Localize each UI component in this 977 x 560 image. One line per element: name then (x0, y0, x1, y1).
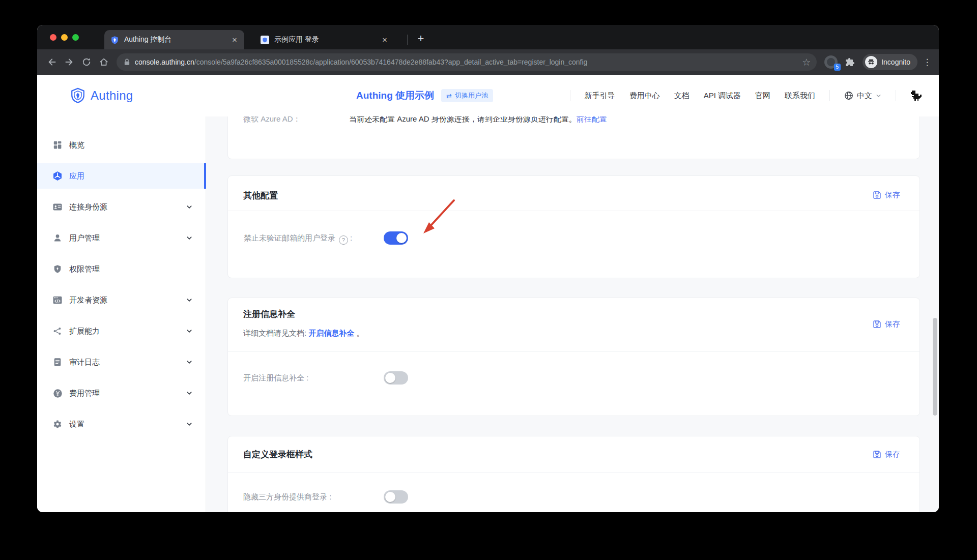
home-icon (99, 57, 109, 67)
nav-divider (896, 90, 896, 101)
document-icon (52, 357, 63, 367)
chevron-down-icon (186, 235, 192, 241)
app-cube-icon (52, 171, 63, 181)
sidebar-item-settings[interactable]: 设置 (37, 411, 206, 437)
sidebar-item-label: 应用 (69, 171, 192, 181)
browser-window: Authing 控制台 × 示例应用 登录 × + console.authin… (37, 25, 939, 512)
azure-ad-label: 微软 Azure AD： (243, 116, 301, 124)
sidebar-item-label: 费用管理 (69, 389, 186, 398)
sidebar-item-label: 扩展能力 (69, 327, 186, 336)
row-colon: : (350, 233, 352, 242)
save-label: 保存 (885, 450, 900, 459)
new-tab-button[interactable]: + (413, 31, 429, 47)
nav-divider (570, 90, 570, 101)
chevron-down-icon (186, 297, 192, 303)
save-button[interactable]: 保存 (873, 450, 900, 459)
tab-title: Authing 控制台 (124, 35, 229, 44)
nav-billing-center[interactable]: 费用中心 (629, 91, 660, 101)
share-nodes-icon (52, 326, 63, 336)
enable-registration-completion-toggle[interactable] (384, 371, 408, 385)
sidebar-item-applications[interactable]: 应用 (37, 163, 206, 189)
info-completion-doc-link[interactable]: 开启信息补全 (308, 329, 354, 337)
url-path: /console/5a9fa26cf8635a000185528c/applic… (194, 58, 588, 66)
language-selector[interactable]: 中文 (844, 91, 881, 101)
divider (228, 211, 919, 211)
close-tab-icon[interactable]: × (229, 35, 240, 45)
reload-button[interactable] (78, 53, 95, 71)
nav-contact-us[interactable]: 联系我们 (785, 91, 815, 101)
nav-guide[interactable]: 新手引导 (585, 91, 615, 101)
gear-icon (52, 419, 63, 429)
azure-ad-hint: 当前还未配置 Azure AD 身份源连接，请到企业身份源页进行配置。前往配置 (349, 116, 607, 124)
tab-strip: Authing 控制台 × 示例应用 登录 × + (37, 25, 939, 49)
save-floppy-icon (873, 191, 881, 199)
disable-unverified-email-toggle[interactable] (384, 231, 408, 245)
back-button[interactable] (43, 53, 61, 71)
scrollbar-thumb[interactable] (933, 318, 937, 416)
help-icon[interactable]: ? (339, 235, 348, 245)
globe-icon (844, 91, 853, 100)
authing-shield-favicon (110, 36, 119, 44)
chevron-down-icon (186, 390, 192, 396)
tab-title: 示例应用 登录 (274, 35, 379, 44)
forward-arrow-icon (64, 57, 74, 67)
sidebar-item-label: 用户管理 (69, 233, 186, 243)
description-prefix: 详细文档请见文档: (243, 329, 308, 337)
tab-authing-console[interactable]: Authing 控制台 × (104, 30, 244, 49)
hide-social-login-toggle[interactable] (384, 490, 408, 504)
forward-button[interactable] (61, 53, 78, 71)
minimize-window-button[interactable] (61, 34, 68, 41)
save-label: 保存 (885, 319, 900, 329)
annotation-arrow (415, 196, 464, 239)
sidebar-item-audit-logs[interactable]: 审计日志 (37, 349, 206, 375)
sidebar-item-developer-resources[interactable]: 开发者资源 (37, 287, 206, 313)
extensions-button[interactable] (841, 53, 858, 71)
sidebar-item-extensions[interactable]: 扩展能力 (37, 318, 206, 344)
save-button[interactable]: 保存 (873, 319, 900, 329)
incognito-indicator[interactable]: Incognito (863, 54, 917, 70)
url-bar[interactable]: console.authing.cn/console/5a9fa26cf8635… (117, 53, 817, 71)
home-button[interactable] (95, 53, 112, 71)
browser-toolbar: console.authing.cn/console/5a9fa26cf8635… (37, 49, 939, 75)
traffic-lights (50, 34, 79, 41)
nav-api-debugger[interactable]: API 调试器 (704, 91, 741, 101)
other-config-card: 其他配置 保存 禁止未验证邮箱的用户登录?: (227, 175, 920, 278)
save-floppy-icon (873, 450, 881, 459)
user-pool-group: Authing 使用示例 ⇄ 切换用户池 (356, 75, 493, 116)
lock-icon (124, 58, 130, 66)
extension-avatar-icon[interactable]: 5 (824, 55, 838, 69)
nav-divider (829, 90, 830, 101)
sample-app-favicon (261, 36, 269, 44)
sidebar-item-user-management[interactable]: 用户管理 (37, 225, 206, 251)
sidebar-item-identity-sources[interactable]: 连接身份源 (37, 194, 206, 220)
sidebar-item-label: 开发者资源 (69, 296, 186, 305)
zoom-window-button[interactable] (72, 34, 79, 41)
reload-icon (81, 57, 92, 67)
sidebar-item-overview[interactable]: 概览 (37, 132, 206, 158)
tab-sample-app-login[interactable]: 示例应用 登录 × (254, 30, 394, 49)
code-window-icon (52, 295, 63, 305)
sidebar: 概览 应用 连接身份源 用户管理 权限管理 (37, 116, 206, 512)
sidebar-item-billing[interactable]: 费用管理 (37, 380, 206, 406)
page-body: 概览 应用 连接身份源 用户管理 权限管理 (37, 116, 939, 512)
go-configure-link[interactable]: 前往配置 (577, 116, 607, 123)
close-tab-icon[interactable]: × (379, 35, 390, 45)
nav-website[interactable]: 官网 (755, 91, 770, 101)
close-window-button[interactable] (50, 34, 56, 41)
browser-menu-icon[interactable]: ⋮ (922, 57, 933, 68)
save-label: 保存 (885, 190, 900, 200)
nav-docs[interactable]: 文档 (674, 91, 689, 101)
switch-pool-button[interactable]: ⇄ 切换用户池 (441, 89, 493, 102)
tab-separator (407, 35, 408, 45)
save-button[interactable]: 保存 (873, 190, 900, 200)
row-label-text: 禁止未验证邮箱的用户登录 (244, 233, 335, 242)
chevron-down-icon (186, 204, 192, 210)
bookmark-star-icon[interactable]: ☆ (802, 56, 811, 68)
authing-logo[interactable]: Authing (70, 75, 133, 116)
sidebar-item-permissions[interactable]: 权限管理 (37, 256, 206, 282)
dino-avatar-icon[interactable] (910, 90, 923, 102)
authing-shield-icon (70, 87, 86, 104)
chevron-down-icon (186, 359, 192, 365)
brand-name: Authing (91, 89, 133, 103)
section-title: 自定义登录框样式 (243, 449, 312, 460)
